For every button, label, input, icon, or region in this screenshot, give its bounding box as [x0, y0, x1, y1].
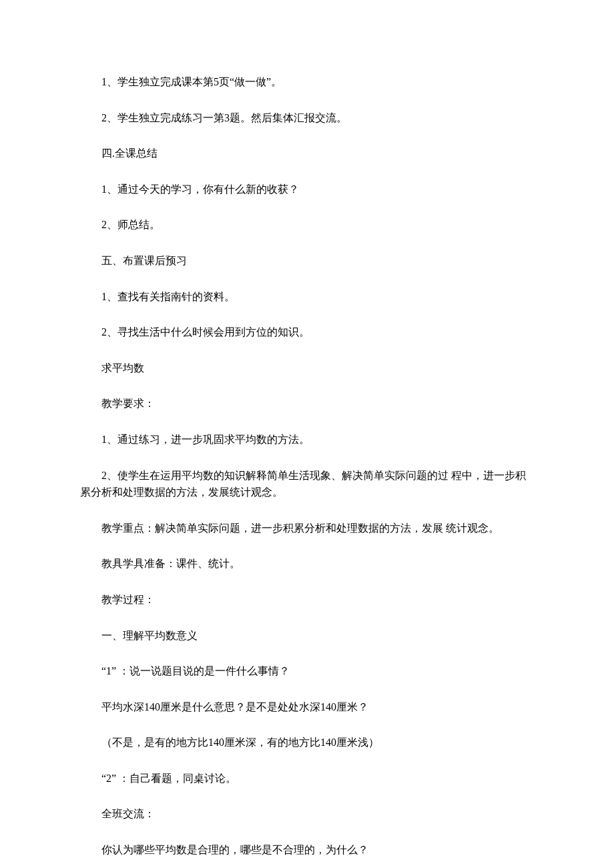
- paragraph-q1: “1” ：说一说题目说的是一件什么事情？: [80, 663, 534, 680]
- paragraph-5-1: 1、查找有关指南针的资料。: [80, 288, 534, 306]
- paragraph-section-5: 五、布置课后预习: [80, 252, 534, 270]
- paragraph-section-1: 一、理解平均数意义: [80, 627, 534, 644]
- paragraph-focus: 教学重点：解决简单实际问题，进一步积累分析和处理数据的方法，发展 统计观念。: [80, 520, 534, 537]
- paragraph-4-1: 1、通过今天的学习，你有什么新的收获？: [80, 181, 534, 198]
- paragraph-question-depth: 平均水深140厘米是什么意思？是不是处处水深140厘米？: [80, 699, 534, 716]
- paragraph-1: 1、学生独立完成课本第5页“做一做”。: [80, 73, 534, 91]
- paragraph-answer-depth: （不是，是有的地方比140厘米深，有的地方比140厘米浅）: [80, 734, 534, 751]
- paragraph-4-2: 2、师总结。: [80, 216, 534, 234]
- paragraph-q2: “2” ：自己看题，同桌讨论。: [80, 770, 534, 787]
- paragraph-class-discussion: 全班交流：: [80, 805, 534, 823]
- paragraph-question-reasonable: 你认为哪些平均数是合理的，哪些是不合理的，为什么？: [80, 841, 534, 859]
- paragraph-section-4: 四.全课总结: [80, 145, 534, 162]
- paragraph-req-1: 1、通过练习，进一步巩固求平均数的方法。: [80, 431, 534, 448]
- paragraph-5-2: 2、寻找生活中什么时候会用到方位的知识。: [80, 324, 534, 341]
- paragraph-title-average: 求平均数: [80, 360, 534, 377]
- paragraph-materials: 教具学具准备：课件、统计。: [80, 555, 534, 572]
- document-content: 1、学生独立完成课本第5页“做一做”。 2、学生独立完成练习一第3题。然后集体汇…: [80, 73, 534, 859]
- paragraph-2: 2、学生独立完成练习一第3题。然后集体汇报交流。: [80, 109, 534, 127]
- paragraph-req-2: 2、使学生在运用平均数的知识解释简单生活现象、解决简单实际问题的过 程中，进一步…: [80, 467, 534, 501]
- paragraph-process-label: 教学过程：: [80, 591, 534, 608]
- paragraph-requirements-label: 教学要求：: [80, 395, 534, 412]
